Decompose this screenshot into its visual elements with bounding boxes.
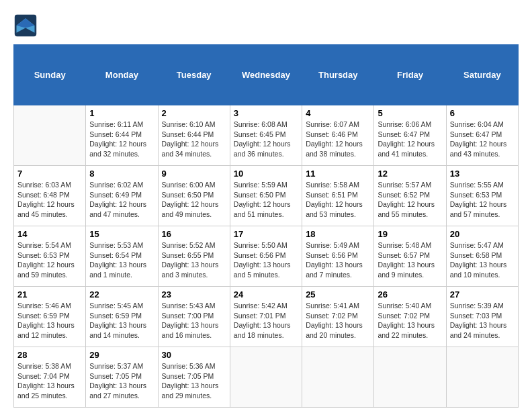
- day-cell: 24Sunrise: 5:42 AM Sunset: 7:01 PM Dayli…: [230, 287, 302, 347]
- day-number: 11: [306, 169, 370, 179]
- calendar-body: 1Sunrise: 6:11 AM Sunset: 6:44 PM Daylig…: [14, 105, 519, 408]
- day-cell: 10Sunrise: 5:59 AM Sunset: 6:50 PM Dayli…: [230, 166, 302, 226]
- day-info: Sunrise: 5:59 AM Sunset: 6:50 PM Dayligh…: [234, 180, 298, 220]
- day-info: Sunrise: 5:38 AM Sunset: 7:04 PM Dayligh…: [17, 361, 82, 401]
- day-info: Sunrise: 5:48 AM Sunset: 6:57 PM Dayligh…: [378, 240, 442, 280]
- day-number: 20: [450, 229, 515, 239]
- day-info: Sunrise: 5:37 AM Sunset: 7:05 PM Dayligh…: [89, 361, 154, 401]
- day-info: Sunrise: 5:46 AM Sunset: 6:59 PM Dayligh…: [17, 301, 82, 340]
- day-number: 28: [17, 350, 82, 360]
- day-info: Sunrise: 5:47 AM Sunset: 6:58 PM Dayligh…: [450, 240, 515, 280]
- day-cell: 28Sunrise: 5:38 AM Sunset: 7:04 PM Dayli…: [14, 347, 86, 408]
- day-info: Sunrise: 5:36 AM Sunset: 7:05 PM Dayligh…: [162, 361, 226, 401]
- day-cell: 7Sunrise: 6:03 AM Sunset: 6:48 PM Daylig…: [14, 166, 86, 226]
- day-cell: 27Sunrise: 5:39 AM Sunset: 7:03 PM Dayli…: [446, 287, 518, 347]
- day-cell: 22Sunrise: 5:45 AM Sunset: 6:59 PM Dayli…: [86, 287, 158, 347]
- day-number: 22: [89, 289, 154, 300]
- day-cell: 30Sunrise: 5:36 AM Sunset: 7:05 PM Dayli…: [158, 347, 230, 408]
- day-cell: 19Sunrise: 5:48 AM Sunset: 6:57 PM Dayli…: [374, 226, 446, 287]
- day-info: Sunrise: 5:45 AM Sunset: 6:59 PM Dayligh…: [89, 301, 154, 340]
- day-number: 19: [378, 229, 442, 239]
- day-cell: 25Sunrise: 5:41 AM Sunset: 7:02 PM Dayli…: [302, 287, 374, 347]
- header-day-thursday: Thursday: [302, 45, 374, 105]
- day-cell: 17Sunrise: 5:50 AM Sunset: 6:56 PM Dayli…: [230, 226, 302, 287]
- header-day-tuesday: Tuesday: [158, 45, 230, 105]
- day-cell: 1Sunrise: 6:11 AM Sunset: 6:44 PM Daylig…: [86, 105, 158, 166]
- day-number: 16: [162, 229, 226, 239]
- header-day-sunday: Sunday: [14, 45, 86, 105]
- day-cell: 23Sunrise: 5:43 AM Sunset: 7:00 PM Dayli…: [158, 287, 230, 347]
- day-number: 7: [17, 169, 82, 179]
- day-info: Sunrise: 5:57 AM Sunset: 6:52 PM Dayligh…: [378, 180, 442, 220]
- week-row-1: 1Sunrise: 6:11 AM Sunset: 6:44 PM Daylig…: [14, 105, 519, 166]
- header-day-friday: Friday: [374, 45, 446, 105]
- day-number: 5: [378, 108, 442, 118]
- day-number: 12: [378, 169, 442, 179]
- logo: [13, 13, 40, 38]
- day-number: 10: [234, 169, 298, 179]
- week-row-3: 14Sunrise: 5:54 AM Sunset: 6:53 PM Dayli…: [14, 226, 519, 287]
- day-info: Sunrise: 6:00 AM Sunset: 6:50 PM Dayligh…: [162, 180, 226, 220]
- day-info: Sunrise: 5:58 AM Sunset: 6:51 PM Dayligh…: [306, 180, 370, 220]
- day-number: 6: [450, 108, 515, 118]
- day-number: 3: [234, 108, 298, 118]
- day-cell: 20Sunrise: 5:47 AM Sunset: 6:58 PM Dayli…: [446, 226, 518, 287]
- week-row-5: 28Sunrise: 5:38 AM Sunset: 7:04 PM Dayli…: [14, 347, 519, 408]
- day-number: 30: [162, 350, 226, 360]
- day-number: 29: [89, 350, 154, 360]
- day-cell: [302, 347, 374, 408]
- day-info: Sunrise: 5:43 AM Sunset: 7:00 PM Dayligh…: [162, 301, 226, 340]
- day-info: Sunrise: 5:42 AM Sunset: 7:01 PM Dayligh…: [234, 301, 298, 340]
- day-number: 13: [450, 169, 515, 179]
- day-number: 15: [89, 229, 154, 239]
- day-info: Sunrise: 5:53 AM Sunset: 6:54 PM Dayligh…: [89, 240, 154, 280]
- day-cell: 5Sunrise: 6:06 AM Sunset: 6:47 PM Daylig…: [374, 105, 446, 166]
- day-number: 9: [162, 169, 226, 179]
- day-cell: 26Sunrise: 5:40 AM Sunset: 7:02 PM Dayli…: [374, 287, 446, 347]
- day-info: Sunrise: 6:06 AM Sunset: 6:47 PM Dayligh…: [378, 120, 442, 159]
- week-row-2: 7Sunrise: 6:03 AM Sunset: 6:48 PM Daylig…: [14, 166, 519, 226]
- day-info: Sunrise: 6:07 AM Sunset: 6:46 PM Dayligh…: [306, 120, 370, 159]
- page-header: [13, 13, 519, 38]
- day-cell: 14Sunrise: 5:54 AM Sunset: 6:53 PM Dayli…: [14, 226, 86, 287]
- day-info: Sunrise: 5:52 AM Sunset: 6:55 PM Dayligh…: [162, 240, 226, 280]
- day-info: Sunrise: 6:02 AM Sunset: 6:49 PM Dayligh…: [89, 180, 154, 220]
- day-info: Sunrise: 5:40 AM Sunset: 7:02 PM Dayligh…: [378, 301, 442, 340]
- day-number: 23: [162, 289, 226, 300]
- day-cell: 29Sunrise: 5:37 AM Sunset: 7:05 PM Dayli…: [86, 347, 158, 408]
- day-cell: [374, 347, 446, 408]
- day-info: Sunrise: 5:50 AM Sunset: 6:56 PM Dayligh…: [234, 240, 298, 280]
- day-number: 1: [89, 108, 154, 118]
- day-number: 26: [378, 289, 442, 300]
- day-cell: [446, 347, 518, 408]
- day-cell: 11Sunrise: 5:58 AM Sunset: 6:51 PM Dayli…: [302, 166, 374, 226]
- day-number: 27: [450, 289, 515, 300]
- day-info: Sunrise: 5:49 AM Sunset: 6:56 PM Dayligh…: [306, 240, 370, 280]
- day-info: Sunrise: 5:55 AM Sunset: 6:53 PM Dayligh…: [450, 180, 515, 220]
- day-cell: 8Sunrise: 6:02 AM Sunset: 6:49 PM Daylig…: [86, 166, 158, 226]
- day-number: 25: [306, 289, 370, 300]
- day-info: Sunrise: 6:03 AM Sunset: 6:48 PM Dayligh…: [17, 180, 82, 220]
- header-day-saturday: Saturday: [446, 45, 518, 105]
- header-day-wednesday: Wednesday: [230, 45, 302, 105]
- day-info: Sunrise: 6:08 AM Sunset: 6:45 PM Dayligh…: [234, 120, 298, 159]
- day-cell: 13Sunrise: 5:55 AM Sunset: 6:53 PM Dayli…: [446, 166, 518, 226]
- day-cell: 16Sunrise: 5:52 AM Sunset: 6:55 PM Dayli…: [158, 226, 230, 287]
- day-info: Sunrise: 5:39 AM Sunset: 7:03 PM Dayligh…: [450, 301, 515, 340]
- logo-icon: [13, 13, 38, 38]
- day-cell: 3Sunrise: 6:08 AM Sunset: 6:45 PM Daylig…: [230, 105, 302, 166]
- day-cell: 18Sunrise: 5:49 AM Sunset: 6:56 PM Dayli…: [302, 226, 374, 287]
- day-number: 8: [89, 169, 154, 179]
- day-cell: 12Sunrise: 5:57 AM Sunset: 6:52 PM Dayli…: [374, 166, 446, 226]
- day-number: 4: [306, 108, 370, 118]
- header-day-monday: Monday: [86, 45, 158, 105]
- day-number: 18: [306, 229, 370, 239]
- day-cell: 15Sunrise: 5:53 AM Sunset: 6:54 PM Dayli…: [86, 226, 158, 287]
- day-cell: 2Sunrise: 6:10 AM Sunset: 6:44 PM Daylig…: [158, 105, 230, 166]
- calendar-table: SundayMondayTuesdayWednesdayThursdayFrid…: [13, 44, 519, 408]
- day-number: 17: [234, 229, 298, 239]
- day-cell: 4Sunrise: 6:07 AM Sunset: 6:46 PM Daylig…: [302, 105, 374, 166]
- day-info: Sunrise: 5:54 AM Sunset: 6:53 PM Dayligh…: [17, 240, 82, 280]
- day-info: Sunrise: 6:10 AM Sunset: 6:44 PM Dayligh…: [162, 120, 226, 159]
- day-cell: [14, 105, 86, 166]
